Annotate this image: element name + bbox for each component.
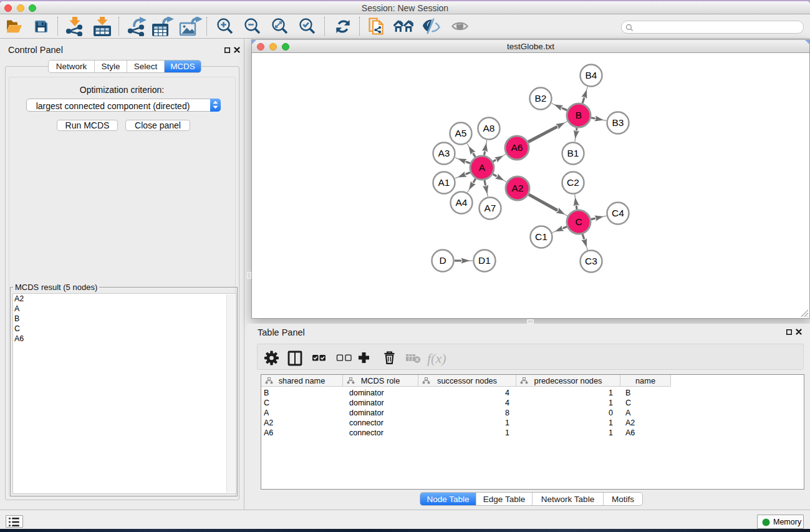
svg-text:A5: A5 <box>455 128 467 138</box>
svg-text:B: B <box>576 110 582 120</box>
svg-text:B4: B4 <box>586 70 597 80</box>
svg-text:D1: D1 <box>478 255 491 266</box>
svg-text:C: C <box>575 216 582 227</box>
svg-text:A2: A2 <box>512 183 524 193</box>
svg-text:f(x): f(x) <box>427 351 446 366</box>
svg-text:A8: A8 <box>483 123 495 133</box>
svg-text:A1: A1 <box>438 177 450 188</box>
svg-text:A7: A7 <box>485 203 496 213</box>
svg-text:B2: B2 <box>535 93 547 104</box>
svg-text:C2: C2 <box>567 177 579 188</box>
svg-text:A4: A4 <box>456 197 468 208</box>
svg-text:B3: B3 <box>612 117 624 128</box>
svg-text:A: A <box>479 162 486 173</box>
svg-text:C1: C1 <box>535 231 547 242</box>
svg-text:C3: C3 <box>585 256 597 266</box>
svg-text:A6: A6 <box>511 142 523 153</box>
svg-text:A3: A3 <box>438 148 450 158</box>
svg-text:D: D <box>439 255 446 266</box>
svg-text:C4: C4 <box>612 208 624 218</box>
svg-text:B1: B1 <box>567 148 579 158</box>
